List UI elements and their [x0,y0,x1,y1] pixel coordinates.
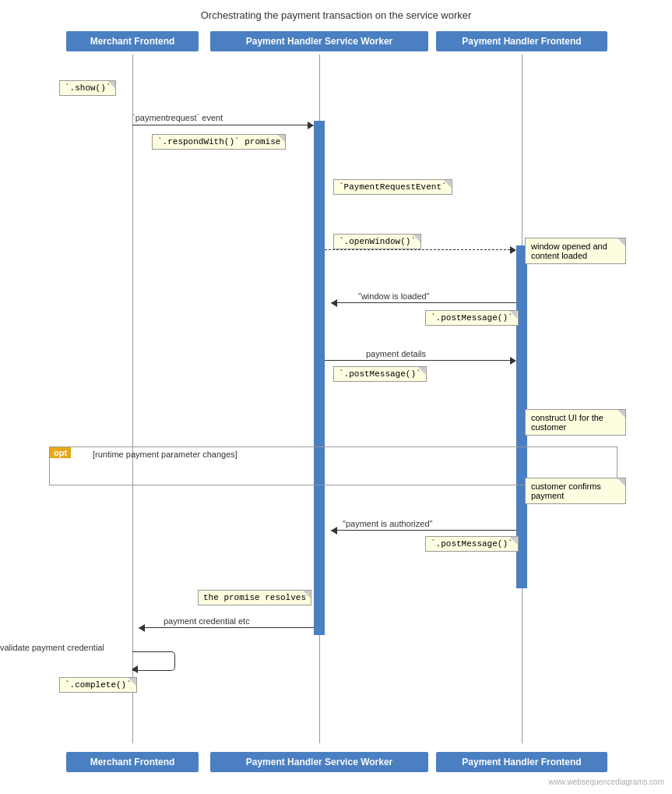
activation-box-service-worker [314,121,325,635]
construct-ui-note: construct UI for the customer [525,409,626,436]
diagram-container: Orchestrating the payment transaction on… [0,0,672,794]
respond-with-note: `.respondWith()` promise [152,134,286,150]
post-message-3-note: `.postMessage()` [425,536,519,552]
self-arrow [132,651,175,671]
lifeline-header-service-worker: Payment Handler Service Worker [210,31,428,51]
window-opened-note: window opened and content loaded [525,238,626,264]
opt-condition: [runtime payment parameter changes] [93,450,237,459]
label-payment-authorized: "payment is authorized" [343,519,432,528]
payment-request-event-note: `PaymentRequestEvent` [333,179,452,195]
post-message-2-note: `.postMessage()` [333,366,427,382]
label-validate-payment: validate payment credential [0,643,104,652]
open-window-note: `.openWindow()` [333,234,421,249]
lifeline-header-merchant-bottom: Merchant Frontend [66,752,199,772]
label-payment-details: payment details [366,349,426,358]
customer-confirms-note: customer confirms payment [525,478,626,504]
arrow-paymentrequest [132,125,314,132]
lifeline-header-payment-frontend-bottom: Payment Handler Frontend [436,752,607,772]
arrow-payment-credential [132,627,314,635]
label-window-loaded: "window is loaded" [358,291,430,301]
arrow-window-loaded [325,302,516,310]
opt-label: opt [50,447,71,458]
watermark: www.websequencediagrams.com [549,778,664,786]
label-payment-credential: payment credential etc [164,616,250,626]
arrow-open-window [325,249,516,257]
post-message-1-note: `.postMessage()` [425,310,519,326]
lifeline-header-service-worker-bottom: Payment Handler Service Worker [210,752,428,772]
self-arrow-head [132,665,138,673]
promise-resolves-note: the promise resolves [198,590,311,605]
lifeline-header-payment-frontend: Payment Handler Frontend [436,31,607,51]
complete-note: `.complete()` [59,677,137,693]
label-paymentrequest: `paymentrequest` event [132,113,223,122]
lifeline-header-merchant: Merchant Frontend [66,31,199,51]
lifeline-merchant [132,55,133,743]
show-note: `.show()` [59,80,116,96]
diagram-title: Orchestrating the payment transaction on… [0,0,672,27]
